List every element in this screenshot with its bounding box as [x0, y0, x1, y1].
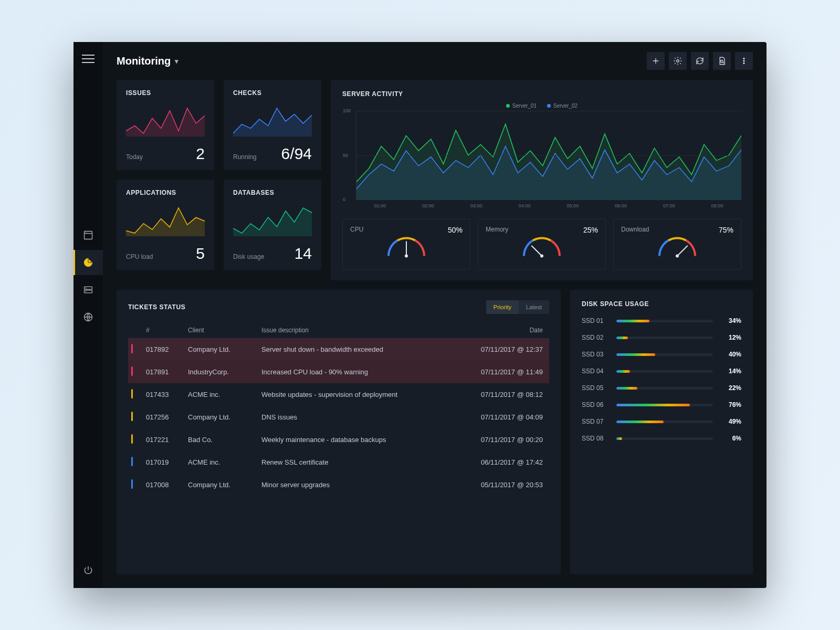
stat-value: 14 — [295, 245, 312, 262]
svg-rect-4 — [85, 290, 92, 293]
gear-icon — [673, 56, 682, 66]
gauge-value: 50% — [448, 226, 463, 234]
gauge-value: 75% — [719, 226, 733, 234]
nav-network[interactable] — [74, 304, 103, 330]
sparkline-applications — [126, 196, 205, 245]
cell-client: IndustryCorp. — [185, 361, 258, 383]
col-client: Client — [185, 322, 258, 338]
cell-client: Company Ltd. — [185, 406, 258, 428]
disk-bar — [616, 387, 713, 390]
cell-issue: Server shut down - bandwidth exceeded — [258, 338, 460, 361]
cell-date: 07/11/2017 @ 04:09 — [460, 406, 549, 428]
sidebar — [74, 42, 103, 588]
gauge-value: 25% — [583, 226, 598, 234]
cell-date: 06/11/2017 @ 17:42 — [460, 451, 549, 474]
col-issue: Issue description — [258, 322, 460, 338]
cell-num: 017256 — [143, 406, 185, 428]
refresh-button[interactable] — [691, 52, 709, 70]
tickets-table: # Client Issue description Date 017892 C… — [128, 322, 549, 496]
nav-servers[interactable] — [74, 277, 103, 302]
disk-bar — [616, 370, 713, 373]
app-window: Monitoring ▾ ISSUES Today2 — [74, 42, 766, 588]
cell-num: 017019 — [143, 451, 185, 474]
cell-issue: Minor server upgrades — [258, 474, 460, 496]
panel-title: SERVER ACTIVITY — [342, 90, 741, 98]
col-date: Date — [460, 322, 549, 338]
stat-value: 6/94 — [281, 145, 312, 163]
page-title-dropdown[interactable]: Monitoring ▾ — [117, 55, 178, 67]
cell-num: 017433 — [143, 383, 185, 406]
gauge-download: Download75% — [613, 219, 741, 270]
tab-priority[interactable]: Priority — [486, 300, 519, 314]
stat-issues[interactable]: ISSUES Today2 — [117, 80, 214, 170]
tab-latest[interactable]: Latest — [519, 300, 549, 314]
disk-value: 22% — [720, 384, 741, 392]
gauge-label: Memory — [486, 226, 508, 234]
table-row[interactable]: 017433 ACME inc. Website updates - super… — [128, 383, 549, 406]
power-icon — [83, 565, 93, 575]
search-file-button[interactable] — [713, 52, 731, 70]
stat-databases[interactable]: DATABASES Disk usage14 — [224, 180, 321, 270]
panel-title: TICKETS STATUS — [128, 303, 185, 311]
stat-label: CPU load — [126, 253, 153, 260]
svg-point-10 — [743, 58, 744, 59]
gauge-arc-icon — [380, 236, 433, 265]
nav-analytics[interactable] — [74, 250, 103, 275]
add-button[interactable] — [647, 52, 665, 70]
cell-client: Company Ltd. — [185, 474, 258, 496]
find-in-page-icon — [717, 56, 727, 66]
nav-dashboard[interactable] — [74, 223, 103, 248]
topbar-actions — [647, 52, 753, 70]
sync-icon — [695, 56, 705, 66]
disk-value: 14% — [720, 368, 741, 375]
page-title: Monitoring — [117, 55, 171, 67]
disk-row: SSD 07 49% — [582, 418, 741, 425]
disk-bar — [616, 437, 713, 440]
svg-line-17 — [677, 246, 688, 256]
svg-point-11 — [743, 60, 744, 61]
cell-client: ACME inc. — [185, 383, 258, 406]
cell-client: ACME inc. — [185, 451, 258, 474]
priority-indicator — [131, 434, 133, 444]
stat-title: APPLICATIONS — [126, 189, 205, 196]
menu-toggle-button[interactable] — [82, 52, 94, 65]
svg-point-6 — [86, 291, 87, 292]
stat-value: 5 — [196, 245, 205, 262]
gauges-row: CPU50% Memory25% Download75% — [342, 219, 741, 270]
stat-applications[interactable]: APPLICATIONS CPU load5 — [117, 180, 214, 270]
settings-button[interactable] — [669, 52, 687, 70]
svg-point-18 — [676, 255, 679, 258]
table-row[interactable]: 017892 Company Ltd. Server shut down - b… — [128, 338, 549, 361]
content: ISSUES Today2 APPLICATIONS CPU load5 CHE… — [103, 80, 766, 588]
svg-point-16 — [540, 255, 543, 258]
cell-client: Bad Co. — [185, 428, 258, 451]
server-activity-panel: SERVER ACTIVITY Server_01Server_02 100 5… — [331, 80, 753, 280]
svg-point-12 — [743, 62, 744, 64]
main-area: Monitoring ▾ ISSUES Today2 — [103, 42, 766, 588]
stat-label: Today — [126, 153, 143, 161]
table-row[interactable]: 017891 IndustryCorp. Increased CPU load … — [128, 361, 549, 383]
globe-icon — [83, 312, 93, 322]
legend-item: Server_02 — [547, 103, 578, 109]
table-row[interactable]: 017008 Company Ltd. Minor server upgrade… — [128, 474, 549, 496]
disk-value: 76% — [720, 401, 741, 408]
disk-value: 12% — [720, 334, 741, 341]
disk-value: 34% — [720, 317, 741, 324]
server-icon — [83, 285, 93, 295]
activity-chart: 100 50 0 — [356, 111, 741, 200]
bottom-row: TICKETS STATUS Priority Latest # Client … — [117, 290, 753, 574]
table-row[interactable]: 017221 Bad Co. Weekly maintenance - data… — [128, 428, 549, 451]
table-row[interactable]: 017256 Company Ltd. DNS issues 07/11/201… — [128, 406, 549, 428]
table-row[interactable]: 017019 ACME inc. Renew SSL certificate 0… — [128, 451, 549, 474]
disk-bar — [616, 421, 713, 423]
priority-indicator — [131, 344, 133, 353]
panel-title: DISK SPACE USAGE — [582, 300, 741, 308]
priority-indicator — [131, 412, 133, 421]
cell-date: 07/11/2017 @ 12:37 — [460, 338, 549, 361]
cell-num: 017008 — [143, 474, 185, 496]
power-button[interactable] — [83, 565, 93, 578]
svg-point-5 — [86, 288, 87, 289]
more-button[interactable] — [735, 52, 753, 70]
topbar: Monitoring ▾ — [103, 42, 766, 80]
stat-checks[interactable]: CHECKS Running6/94 — [224, 80, 321, 170]
